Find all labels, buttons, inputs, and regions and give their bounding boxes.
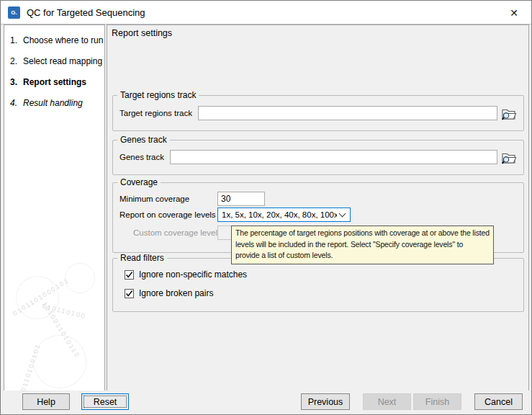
browse-folder-search-icon[interactable] [501, 107, 517, 120]
help-button[interactable]: Help [22, 393, 70, 410]
step-number: 2. [10, 56, 23, 66]
dialog-window: G. QC for Targeted Sequencing ✕ 1. Choos… [0, 0, 532, 415]
target-regions-track-group: Target regions track Target regions trac… [112, 95, 524, 131]
previous-button[interactable]: Previous [301, 393, 350, 410]
step-label: Select read mapping [23, 56, 102, 66]
minimum-coverage-label: Minimum coverage [120, 195, 217, 203]
tooltip-line: levels will be included in the report. S… [235, 239, 490, 251]
wizard-step-choose-where-to-run[interactable]: 1. Choose where to run [10, 35, 104, 56]
genes-track-group: Genes track Genes track [112, 140, 524, 175]
cancel-button[interactable]: Cancel [474, 393, 523, 410]
step-number: 1. [10, 35, 23, 45]
group-title: Coverage [117, 177, 161, 187]
browse-folder-search-icon[interactable] [501, 151, 517, 164]
next-button: Next [363, 393, 411, 410]
coverage-levels-tooltip: The percentage of target regions positio… [231, 226, 494, 264]
ignore-nonspecific-matches-label: Ignore non-specific matches [139, 269, 247, 280]
read-filters-group: Read filters Ignore non-specific matches… [112, 258, 524, 312]
group-title: Read filters [117, 253, 167, 263]
report-settings-panel: Report settings Target regions track Tar… [107, 24, 529, 392]
dropdown-selected-value: 1x, 5x, 10x, 20x, 40x, 80x, 100x [222, 210, 337, 219]
checkbox-checked[interactable] [125, 289, 134, 298]
wizard-step-result-handling[interactable]: 4. Result handling [10, 98, 104, 119]
tooltip-line: provide a list of custom levels. [235, 250, 490, 262]
ignore-broken-pairs-row: Ignore broken pairs [120, 286, 517, 300]
target-regions-track-label: Target regions track [120, 109, 192, 117]
checkmark-icon [125, 271, 133, 279]
report-coverage-levels-label: Report on coverage levels [120, 210, 217, 219]
title-bar: G. QC for Targeted Sequencing ✕ [1, 1, 531, 24]
genes-track-input[interactable] [170, 150, 497, 164]
wizard-step-list: 1. Choose where to run 2. Select read ma… [4, 25, 104, 119]
tooltip-line: The percentage of target regions positio… [235, 228, 490, 239]
watermark-spiral [33, 335, 86, 388]
app-icon: G. [8, 6, 20, 19]
button-bar: Help Reset Previous Next Finish Cancel [1, 391, 531, 414]
wizard-steps-sidebar: 1. Choose where to run 2. Select read ma… [4, 24, 105, 392]
step-label: Result handling [23, 98, 83, 108]
step-label: Report settings [23, 77, 86, 87]
panel-heading: Report settings [112, 28, 172, 38]
group-title: Target regions track [117, 90, 199, 100]
ignore-broken-pairs-label: Ignore broken pairs [139, 288, 213, 298]
reset-button[interactable]: Reset [81, 393, 129, 410]
report-coverage-levels-dropdown[interactable]: 1x, 5x, 10x, 20x, 40x, 80x, 100x [217, 208, 351, 222]
step-label: Choose where to run [23, 35, 103, 45]
genes-track-label: Genes track [120, 153, 164, 161]
target-regions-track-input[interactable] [198, 106, 497, 120]
checkmark-icon [125, 290, 133, 298]
wizard-step-report-settings[interactable]: 3. Report settings [10, 77, 104, 98]
wizard-step-select-read-mapping[interactable]: 2. Select read mapping [10, 56, 104, 77]
group-title: Genes track [117, 135, 170, 145]
minimum-coverage-input[interactable] [217, 192, 265, 206]
custom-coverage-levels-label: Custom coverage levels [120, 228, 217, 237]
finish-button: Finish [413, 393, 461, 410]
step-number: 4. [10, 98, 23, 108]
close-icon[interactable]: ✕ [507, 6, 521, 20]
watermark-spiral [65, 263, 95, 293]
chevron-down-icon [339, 210, 346, 218]
checkbox-checked[interactable] [125, 270, 134, 280]
window-title: QC for Targeted Sequencing [27, 7, 145, 18]
ignore-nonspecific-matches-row: Ignore non-specific matches [120, 267, 517, 282]
step-number: 3. [10, 77, 23, 87]
